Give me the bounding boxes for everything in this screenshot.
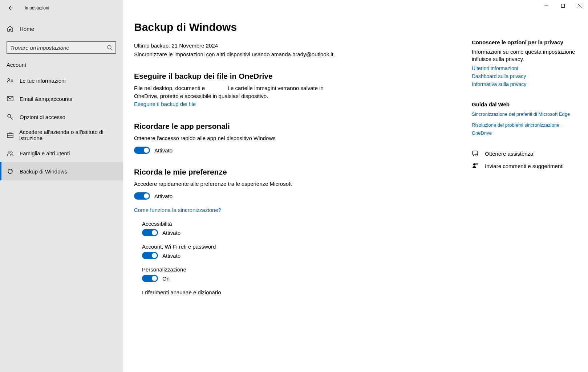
people-icon — [7, 150, 14, 156]
rp-link-dashboard[interactable]: Dashboard sulla privacy — [472, 72, 579, 80]
search-input[interactable] — [10, 45, 107, 51]
toggle-prefs-state: Attivato — [154, 193, 173, 199]
rp-link-onedrive[interactable]: Risoluzione dei problemi sincronizzazion… — [472, 121, 579, 137]
key-icon — [7, 114, 14, 120]
mail-icon — [7, 95, 14, 102]
svg-point-14 — [11, 152, 12, 153]
search-icon — [107, 45, 113, 50]
toggle-state: Attivato — [162, 253, 181, 259]
svg-point-13 — [8, 151, 10, 153]
briefcase-icon — [7, 132, 13, 138]
back-button[interactable] — [5, 5, 16, 11]
apps-desc: Ottenere l'accesso rapido alle app nel d… — [134, 134, 337, 142]
rp-link-statement[interactable]: Informativa sulla privacy — [472, 80, 579, 88]
rp-link-more[interactable]: Ulteriori informazioni — [472, 64, 579, 72]
window-title: Impostazioni — [25, 5, 49, 11]
main-area: Backup di Windows Ultimo backup: 21 Nove… — [123, 0, 588, 372]
home-icon — [7, 25, 14, 32]
maximize-button[interactable] — [555, 0, 571, 12]
rp-heading-privacy: Conoscere le opzioni per la privacy — [472, 39, 579, 45]
nav-family[interactable]: Famiglia e altri utenti — [0, 144, 123, 162]
nav-email-accounts[interactable]: Email &amp;accounts — [0, 90, 123, 108]
svg-line-10 — [12, 118, 12, 118]
window-controls — [538, 0, 588, 12]
sidebar: Impostazioni Home Account Le tue informa… — [0, 0, 123, 372]
toggle-accessibility[interactable] — [142, 229, 158, 236]
page-title: Backup di Windows — [134, 21, 461, 33]
svg-point-20 — [473, 163, 475, 165]
sub-label: Personalizzazione — [142, 266, 461, 273]
svg-point-3 — [8, 79, 10, 81]
sync-description: Sincronizzare le impostazioni con altri … — [134, 51, 461, 58]
toggle-apps-state: Attivato — [154, 147, 173, 154]
nav-backup[interactable]: Backup di Windows — [0, 162, 123, 180]
get-help-label: Ottenere assistenza — [485, 151, 533, 157]
heading-apps: Ricordare le app personali — [134, 122, 461, 131]
minimize-button[interactable] — [538, 0, 555, 12]
get-help[interactable]: Ottenere assistenza — [472, 150, 579, 157]
toggle-state: On — [162, 275, 170, 282]
help-icon — [472, 150, 478, 157]
svg-line-2 — [111, 49, 112, 50]
sync-icon — [7, 168, 14, 175]
sub-label: Accessibilità — [142, 221, 461, 227]
svg-rect-16 — [561, 4, 565, 8]
nav-item-label: Le tue informazioni — [20, 78, 66, 84]
last-backup: Ultimo backup: 21 Novembre 2024 — [134, 42, 461, 49]
right-pane: Conoscere le opzioni per la privacy Info… — [472, 0, 588, 372]
toggle-state: Attivato — [162, 230, 181, 236]
rp-heading-web: Guida dal Web — [472, 101, 579, 107]
prefs-desc: Accedere rapidamente alle preferenze tra… — [134, 180, 337, 188]
give-feedback-label: Inviare commenti e suggerimenti — [485, 163, 564, 169]
nav-home-label: Home — [20, 26, 34, 32]
how-sync-link[interactable]: Come funziona la sincronizzazione? — [134, 206, 337, 214]
nav-item-label: Accedere all'azienda o all'istituto di i… — [19, 129, 123, 141]
toggle-apps[interactable] — [134, 147, 150, 154]
nav-your-info[interactable]: Le tue informazioni — [0, 71, 123, 90]
feedback-icon — [472, 163, 478, 169]
sub-label: Account, Wi-Fi reti e password — [142, 244, 461, 250]
nav-item-label: Backup di Windows — [20, 168, 67, 175]
heading-prefs: Ricorda le mie preferenze — [134, 168, 461, 176]
svg-point-1 — [108, 45, 111, 49]
backup-files-link[interactable]: Eseguire il backup dei file — [134, 100, 337, 108]
nav-item-label: Opzioni di accesso — [20, 114, 65, 120]
toggle-personalization[interactable] — [142, 275, 158, 282]
svg-point-8 — [8, 114, 11, 117]
svg-rect-21 — [476, 163, 478, 165]
svg-point-19 — [476, 154, 478, 156]
close-button[interactable] — [571, 0, 588, 12]
rp-privacy-desc: Informazioni su come questa impostazione… — [472, 48, 579, 63]
nav-signin-options[interactable]: Opzioni di accesso — [0, 108, 123, 126]
content: Backup di Windows Ultimo backup: 21 Nove… — [123, 0, 472, 372]
nav-work-school[interactable]: Accedere all'azienda o all'istituto di i… — [0, 126, 123, 144]
search-box[interactable] — [7, 41, 116, 54]
rp-link-edge[interactable]: Sincronizzazione dei preferiti di Micros… — [472, 110, 579, 118]
toggle-accounts[interactable] — [142, 252, 158, 259]
toggle-prefs[interactable] — [134, 192, 150, 200]
category-label: Account — [7, 62, 123, 68]
onedrive-desc: File nel desktop, documenti e Le cartell… — [134, 84, 337, 100]
svg-line-9 — [10, 117, 13, 119]
person-card-icon — [7, 77, 14, 84]
nav-item-label: Email &amp;accounts — [20, 96, 72, 102]
sub-label: I riferimenti anauaae e dizionario — [142, 289, 461, 295]
nav-item-label: Famiglia e altri utenti — [20, 150, 70, 156]
give-feedback[interactable]: Inviare commenti e suggerimenti — [472, 163, 579, 169]
nav-home[interactable]: Home — [0, 21, 123, 36]
heading-onedrive: Eseguire il backup dei file in OneDrive — [134, 72, 461, 81]
